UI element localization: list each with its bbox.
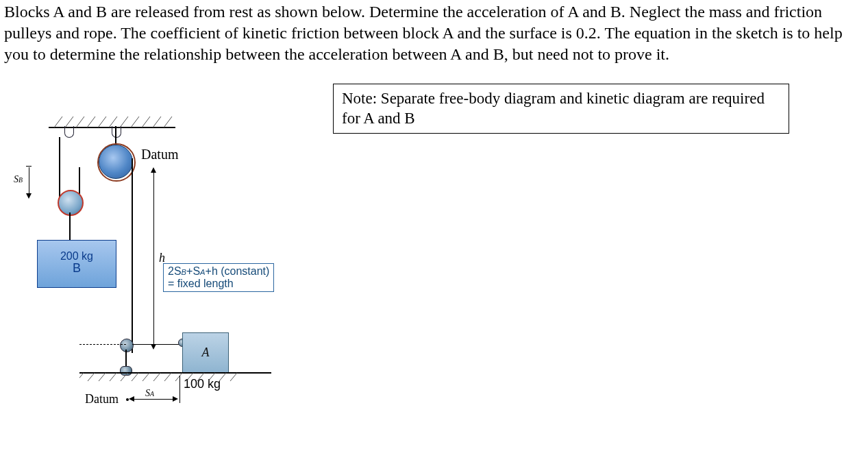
block-a: A [182,332,229,374]
problem-statement: Blocks A and B are released from rest as… [4,1,864,66]
pulley-mid-icon [58,190,84,216]
svg-line-10 [153,117,161,127]
eq-2sb: 2S [168,265,182,277]
ceiling-hook-left-icon [64,126,74,138]
arrow-right-sa-icon [173,396,178,402]
svg-line-16 [110,373,116,381]
block-b-name: B [38,262,116,276]
svg-line-9 [142,117,150,127]
constraint-equation-box: 2SB+SA+h (constant) = fixed length [163,263,274,292]
note-box: Note: Separate free-body diagram and kin… [333,84,789,134]
sb-label: SB [14,174,23,185]
rope-to-b [69,212,71,240]
pulley-support-line [115,126,116,145]
block-b: 200 kg B [37,240,116,288]
svg-line-8 [131,117,139,127]
rope-horizontal-dashed [79,344,126,345]
block-a-name: A [202,345,210,359]
svg-line-25 [208,373,215,381]
arrow-up-icon [151,167,156,173]
eq-line2: = fixed length [168,278,234,289]
svg-line-26 [219,373,226,381]
svg-line-19 [142,373,149,381]
sa-line [132,399,174,400]
svg-line-23 [186,373,193,381]
floor-icon [79,371,271,388]
pulley-bottom-icon [120,339,134,352]
svg-line-20 [153,373,160,381]
pulley-top-icon [99,145,133,179]
content-row: 200 kg B A 100 kg [4,77,864,419]
h-line [153,171,154,347]
svg-line-1 [54,117,62,127]
svg-line-4 [87,117,95,127]
svg-line-17 [121,373,127,381]
svg-line-15 [99,373,106,381]
block-b-mass: 200 kg [38,250,116,263]
rope-left-1 [59,137,60,200]
svg-line-18 [132,373,138,381]
datum-top-label: Datum [141,147,178,162]
svg-line-14 [88,373,95,381]
arrow-down-h-icon [151,344,156,350]
sa-tick-r [179,376,180,403]
svg-line-22 [175,373,182,381]
arrow-left-sa-icon [129,396,134,402]
rope-right-main [132,158,133,353]
svg-line-13 [79,373,84,381]
svg-line-5 [98,117,106,127]
svg-line-21 [164,373,171,381]
svg-line-24 [197,373,204,381]
sa-label: SA [145,388,154,399]
ceiling-hook-right-icon [112,126,121,138]
rope-horizontal-solid [132,344,183,345]
datum-bottom-label: Datum [85,392,119,406]
svg-line-27 [230,373,237,381]
svg-line-11 [164,117,172,127]
arrow-down-sb-icon [26,193,32,199]
sb-tick [26,166,32,167]
sb-line [29,167,29,195]
figure: 200 kg B A 100 kg [11,84,312,419]
svg-line-3 [76,117,84,127]
